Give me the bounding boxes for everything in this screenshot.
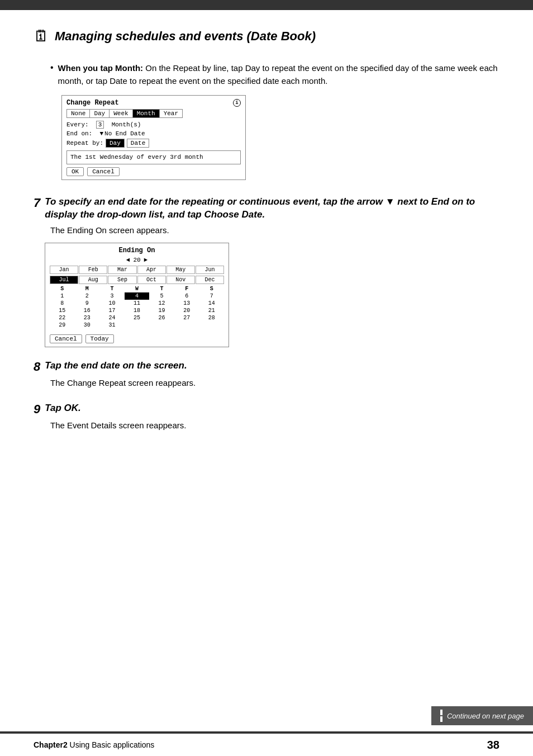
cal-24[interactable]: 24 xyxy=(99,314,125,322)
cal-9[interactable]: 9 xyxy=(75,300,100,307)
cal-blank2 xyxy=(149,322,174,329)
eo-cancel-button[interactable]: Cancel xyxy=(50,334,82,343)
tab-year[interactable]: Year xyxy=(160,110,182,117)
cal-28[interactable]: 28 xyxy=(199,314,224,322)
step8-header: 8 Tap the end date on the screen. xyxy=(34,360,499,374)
cal-1[interactable]: 1 xyxy=(50,292,75,300)
cal-blank1 xyxy=(125,322,150,329)
cal-hdr-s1: S xyxy=(50,286,75,292)
cal-7[interactable]: 7 xyxy=(199,292,224,300)
cal-15[interactable]: 15 xyxy=(50,307,75,314)
page-number: 38 xyxy=(487,739,499,752)
bullet-section: • When you tap Month: On the Repeat by l… xyxy=(50,62,499,180)
change-repeat-screen: Change Repeat i None Day Week Month Year… xyxy=(61,95,246,180)
cal-2[interactable]: 2 xyxy=(75,292,100,300)
month-nov[interactable]: Nov xyxy=(166,276,195,284)
screenshot-title: Change Repeat xyxy=(66,99,119,107)
cal-13[interactable]: 13 xyxy=(174,300,199,307)
bullet-item-month: • When you tap Month: On the Repeat by l… xyxy=(50,62,499,87)
cal-3[interactable]: 3 xyxy=(99,292,125,300)
endon-label: End on: xyxy=(66,130,92,137)
chapter-sub: Using Basic applications xyxy=(70,740,155,749)
month-apr[interactable]: Apr xyxy=(137,266,166,274)
cal-8[interactable]: 8 xyxy=(50,300,75,307)
endon-arrow: ▼ xyxy=(99,130,103,137)
continued-bars-icon xyxy=(440,710,442,722)
page-title: Managing schedules and events (Date Book… xyxy=(55,29,316,44)
step7-section: 7 To specify an end date for the repeati… xyxy=(34,196,499,347)
bullet-text: When you tap Month: On the Repeat by lin… xyxy=(58,62,499,87)
every-value[interactable]: 3 xyxy=(96,121,104,129)
eo-today-button[interactable]: Today xyxy=(85,334,114,343)
tab-week[interactable]: Week xyxy=(110,110,132,117)
cal-19[interactable]: 19 xyxy=(149,307,174,314)
cal-14[interactable]: 14 xyxy=(199,300,224,307)
repeat-by-date-btn[interactable]: Date xyxy=(127,139,149,148)
tab-month[interactable]: Month xyxy=(133,110,160,117)
step9-number: 9 xyxy=(34,402,40,417)
eo-months-row2: Jul Aug Sep Oct Nov Dec xyxy=(50,276,224,284)
cont-bar-2 xyxy=(440,716,442,722)
eo-buttons-row: Cancel Today xyxy=(50,334,224,343)
step9-section: 9 Tap OK. The Event Details screen reapp… xyxy=(34,402,499,432)
tab-day[interactable]: Day xyxy=(90,110,110,117)
cal-26[interactable]: 26 xyxy=(149,314,174,322)
repeat-by-row: Repeat by: Day Date xyxy=(66,139,241,148)
month-jun[interactable]: Jun xyxy=(196,266,224,274)
page-content: 🗓 Managing schedules and events (Date Bo… xyxy=(0,10,533,478)
cal-20[interactable]: 20 xyxy=(174,307,199,314)
month-feb[interactable]: Feb xyxy=(79,266,107,274)
cal-10[interactable]: 10 xyxy=(99,300,125,307)
cal-4[interactable]: 4 xyxy=(125,292,150,300)
ending-on-screen: Ending On ◄ 20 ► Jan Feb Mar Apr May Jun… xyxy=(45,243,229,347)
step8-number: 8 xyxy=(34,360,40,374)
month-mar[interactable]: Mar xyxy=(108,266,136,274)
cal-12[interactable]: 12 xyxy=(149,300,174,307)
ok-button[interactable]: OK xyxy=(66,167,84,176)
cancel-button[interactable]: Cancel xyxy=(87,167,120,176)
month-aug[interactable]: Aug xyxy=(79,276,107,284)
cal-hdr-t1: T xyxy=(99,286,125,292)
month-sep[interactable]: Sep xyxy=(108,276,136,284)
cal-31[interactable]: 31 xyxy=(99,322,125,329)
eo-year-value: 20 xyxy=(133,257,140,263)
cal-17[interactable]: 17 xyxy=(99,307,125,314)
cal-hdr-f: F xyxy=(174,286,199,292)
continued-banner: Continued on next page xyxy=(431,706,533,725)
cal-hdr-t2: T xyxy=(149,286,174,292)
step7-header: 7 To specify an end date for the repeati… xyxy=(34,196,499,221)
repeat-by-label: Repeat by: xyxy=(66,140,103,147)
cal-23[interactable]: 23 xyxy=(75,314,100,322)
cal-25[interactable]: 25 xyxy=(125,314,150,322)
cal-18[interactable]: 18 xyxy=(125,307,150,314)
bullet-bold: When you tap Month: xyxy=(58,63,143,73)
cal-11[interactable]: 11 xyxy=(125,300,150,307)
endon-dropdown[interactable]: ▼ No End Date xyxy=(99,130,145,137)
cal-27[interactable]: 27 xyxy=(174,314,199,322)
cal-5[interactable]: 5 xyxy=(149,292,174,300)
every-unit: Month(s) xyxy=(112,121,141,128)
step7-text: To specify an end date for the repeating… xyxy=(45,196,499,221)
repeat-by-day-btn[interactable]: Day xyxy=(106,139,125,148)
month-jan[interactable]: Jan xyxy=(50,266,78,274)
every-row: Every: 3 Month(s) xyxy=(66,121,241,129)
cal-22[interactable]: 22 xyxy=(50,314,75,322)
cal-6[interactable]: 6 xyxy=(174,292,199,300)
eo-next-year[interactable]: ► xyxy=(144,257,148,263)
eo-cal-header: S M T W T F S xyxy=(50,286,224,292)
cal-30[interactable]: 30 xyxy=(75,322,100,329)
cont-bar-1 xyxy=(440,710,442,715)
cal-hdr-w: W xyxy=(125,286,150,292)
cal-16[interactable]: 16 xyxy=(75,307,100,314)
month-oct[interactable]: Oct xyxy=(137,276,166,284)
month-may[interactable]: May xyxy=(166,266,195,274)
tab-none[interactable]: None xyxy=(67,110,90,117)
month-dec[interactable]: Dec xyxy=(196,276,224,284)
month-jul[interactable]: Jul xyxy=(50,276,78,284)
cal-21[interactable]: 21 xyxy=(199,307,224,314)
eo-prev-year[interactable]: ◄ xyxy=(126,257,130,263)
cal-blank3 xyxy=(174,322,199,329)
cal-29[interactable]: 29 xyxy=(50,322,75,329)
footer-area: Chapter2 Using Basic applications 38 xyxy=(0,734,533,756)
eo-cal-grid: 1 2 3 4 5 6 7 8 9 10 11 12 13 14 15 16 1… xyxy=(50,292,224,329)
